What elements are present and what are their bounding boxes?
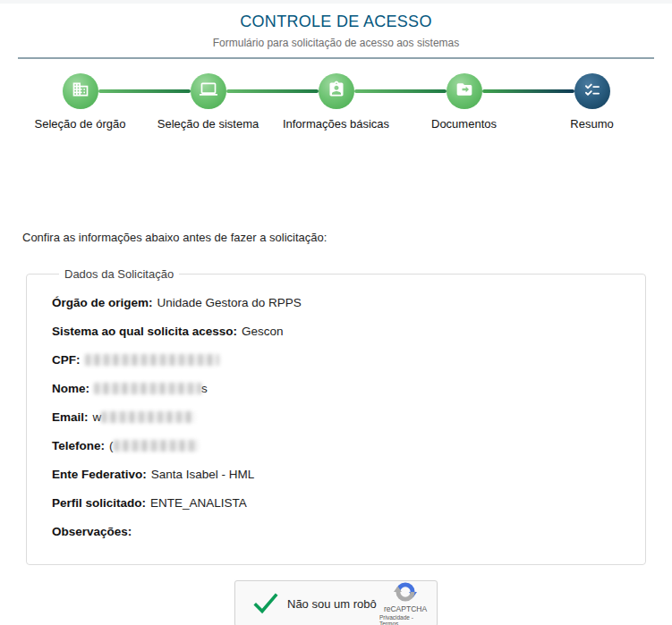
field-orgao-de-origem: Órgão de origem:Unidade Gestora do RPPS [52,296,620,309]
stepper-connector [482,89,574,93]
page-top-edge [0,0,672,4]
field-value-prefix: ( [109,439,114,452]
field-observacoes: Observações: [52,525,620,538]
page-title: CONTROLE DE ACESSO [0,13,672,31]
laptop-icon [200,80,217,102]
field-value: ENTE_ANALISTA [150,496,247,510]
field-sistema: Sistema ao qual solicita acesso:Gescon [52,325,620,338]
page-subtitle: Formulário para solicitação de acesso ao… [0,37,672,49]
field-label: Perfil solicitado: [52,496,146,510]
field-cpf: CPF: [52,353,620,367]
recaptcha-brand-text: reCAPTCHA [384,604,427,613]
person-badge-icon [327,80,345,102]
field-label: Observações: [52,525,132,538]
field-value: Unidade Gestora do RPPS [157,296,302,309]
stepper-connector [354,89,447,93]
field-label: Ente Federativo: [52,468,147,481]
recaptcha-privacy-terms-links[interactable]: Privacidade - Termos [379,614,431,625]
summary-legend: Dados da Solicitação [59,267,179,281]
stepper-connector [98,89,191,93]
field-value-suffix: s [201,382,208,395]
step-documentos: Documentos [400,73,528,131]
field-label: CPF: [52,353,81,367]
recaptcha-logo-icon [394,580,417,604]
checklist-icon [583,80,601,102]
step-informacoes-basicas: Informações básicas [272,73,400,131]
field-label: Nome: [52,382,89,395]
step-circle-documentos[interactable] [447,73,482,109]
field-label: Órgão de origem: [52,296,153,309]
field-value: Gescon [242,325,284,338]
redacted-value [101,411,195,423]
field-value-prefix: w [93,410,102,424]
step-circle-selecao-de-sistema[interactable] [191,73,226,109]
step-label: Seleção de órgão [35,117,126,131]
summary-fieldset: Dados da Solicitação Órgão de origem:Uni… [26,267,646,565]
step-selecao-de-sistema: Seleção de sistema [144,73,272,131]
stepper-connector [226,89,319,93]
redacted-value [114,440,199,452]
step-label: Informações básicas [283,117,389,131]
building-icon [72,80,89,102]
field-perfil-solicitado: Perfil solicitado:ENTE_ANALISTA [52,496,620,510]
field-nome: Nome:s [52,382,620,395]
recaptcha-widget: Não sou um robô reCAPTCHA Privacidade - … [234,580,438,625]
step-circle-selecao-de-orgao[interactable] [63,73,98,109]
step-label: Resumo [570,117,613,131]
wizard-stepper: Seleção de órgão Seleção de sistema Info… [16,59,656,172]
step-resumo: Resumo [528,73,656,131]
step-label: Documentos [431,117,497,131]
field-telefone: Telefone:( [52,439,620,452]
recaptcha-branding: reCAPTCHA Privacidade - Termos [379,580,431,625]
folder-move-icon [455,80,473,102]
instruction-text: Confira as informações abaixo antes de f… [22,231,650,244]
field-label: Sistema ao qual solicita acesso: [52,325,237,338]
field-label: Telefone: [52,439,105,452]
step-circle-resumo[interactable] [574,73,610,109]
recaptcha-checkbox-checked[interactable] [253,592,278,615]
field-value: Santa Isabel - HML [151,468,255,481]
field-ente-federativo: Ente Federativo:Santa Isabel - HML [52,468,620,481]
field-label: Email: [52,410,89,424]
step-label: Seleção de sistema [157,117,259,131]
step-selecao-de-orgao: Seleção de órgão [16,73,144,131]
redacted-value [94,383,201,394]
redacted-value [85,354,219,366]
field-email: Email:w [52,410,620,424]
recaptcha-label: Não sou um robô [287,597,377,611]
step-circle-informacoes-basicas[interactable] [319,73,354,109]
